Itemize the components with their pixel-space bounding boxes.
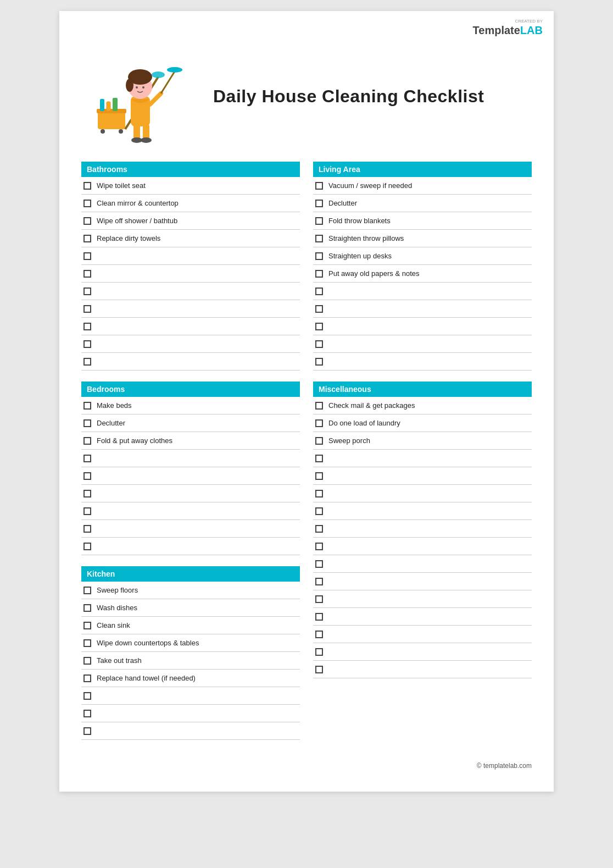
checkbox[interactable]	[83, 358, 91, 366]
checkbox[interactable]	[83, 543, 91, 550]
checkbox[interactable]	[83, 270, 91, 278]
checkbox[interactable]	[315, 507, 323, 515]
header-illustration	[81, 44, 191, 148]
right-column: Living AreaVacuum / sweep if neededDeclu…	[313, 162, 532, 751]
checkbox[interactable]	[83, 604, 91, 612]
checkbox[interactable]	[83, 437, 91, 445]
checkbox[interactable]	[315, 358, 323, 366]
checklist-item: Wash dishes	[81, 599, 300, 617]
checkbox[interactable]	[83, 288, 91, 295]
checkbox[interactable]	[83, 525, 91, 533]
checkbox[interactable]	[315, 323, 323, 330]
checkbox[interactable]	[83, 639, 91, 647]
checklist-item	[313, 538, 532, 555]
checkbox[interactable]	[83, 587, 91, 594]
checkbox[interactable]	[315, 402, 323, 410]
item-text: Check mail & get packages	[328, 401, 415, 410]
checkbox[interactable]	[83, 455, 91, 462]
checkbox[interactable]	[315, 648, 323, 656]
checkbox[interactable]	[315, 437, 323, 445]
checkbox[interactable]	[315, 217, 323, 225]
checklist-item	[81, 538, 300, 555]
svg-rect-7	[107, 102, 110, 111]
item-text: Replace hand towel (if needed)	[97, 674, 196, 682]
checkbox[interactable]	[315, 182, 323, 190]
checkbox[interactable]	[315, 252, 323, 260]
checkbox[interactable]	[83, 490, 91, 497]
checkbox[interactable]	[83, 323, 91, 330]
checkbox[interactable]	[315, 543, 323, 550]
checklist-item	[313, 520, 532, 538]
checkbox[interactable]	[83, 200, 91, 207]
checklist-item	[81, 502, 300, 520]
checkbox[interactable]	[83, 235, 91, 242]
checklist-item	[313, 643, 532, 661]
checkbox[interactable]	[83, 252, 91, 260]
checkbox[interactable]	[315, 455, 323, 462]
checkbox[interactable]	[83, 217, 91, 225]
checkbox[interactable]	[315, 631, 323, 638]
footer: © templatelab.com	[81, 762, 532, 770]
checklist-item	[313, 318, 532, 335]
logo-text: TemplateLAB	[473, 24, 543, 36]
checkbox[interactable]	[83, 727, 91, 735]
checklist-item: Declutter	[81, 414, 300, 432]
checkbox[interactable]	[315, 472, 323, 480]
checklist-item	[313, 573, 532, 590]
checklist-item: Replace dirty towels	[81, 230, 300, 247]
checkbox[interactable]	[315, 595, 323, 603]
header-area: Daily House Cleaning Checklist	[81, 44, 532, 148]
checklist-item	[313, 335, 532, 353]
checkbox[interactable]	[83, 340, 91, 348]
checklist-item	[313, 450, 532, 467]
svg-line-19	[150, 93, 161, 104]
checklist-item: Take out trash	[81, 652, 300, 670]
checkbox[interactable]	[83, 622, 91, 629]
svg-rect-2	[101, 129, 105, 134]
section-header: Kitchen	[81, 566, 300, 582]
checklist-item	[313, 608, 532, 626]
checklist-item: Fold throw blankets	[313, 212, 532, 230]
svg-point-13	[141, 137, 152, 143]
checkbox[interactable]	[315, 613, 323, 621]
checkbox[interactable]	[315, 340, 323, 348]
item-text: Straighten throw pillows	[328, 234, 404, 242]
checkbox[interactable]	[315, 235, 323, 242]
checklist-item: Wipe off shower / bathtub	[81, 212, 300, 230]
checkbox[interactable]	[83, 507, 91, 515]
checkbox[interactable]	[315, 305, 323, 313]
checkbox[interactable]	[315, 666, 323, 673]
item-text: Declutter	[97, 419, 125, 427]
checkbox[interactable]	[315, 419, 323, 427]
checkbox[interactable]	[83, 657, 91, 665]
checklist-item: Declutter	[313, 195, 532, 212]
checkbox[interactable]	[83, 182, 91, 190]
checkbox[interactable]	[83, 419, 91, 427]
checkbox[interactable]	[315, 490, 323, 497]
item-text: Wipe off shower / bathtub	[97, 217, 177, 225]
checklist-item: Straighten throw pillows	[313, 230, 532, 247]
checklist-item: Wipe toilet seat	[81, 177, 300, 195]
checkbox[interactable]	[83, 675, 91, 682]
svg-point-16	[126, 79, 133, 92]
section-bathrooms: BathroomsWipe toilet seatClean mirror & …	[81, 162, 300, 371]
section-kitchen: KitchenSweep floorsWash dishesClean sink…	[81, 566, 300, 740]
checkbox[interactable]	[315, 200, 323, 207]
logo-area: CREATED BY TemplateLAB	[473, 19, 543, 37]
checkbox[interactable]	[315, 560, 323, 568]
checkbox[interactable]	[83, 305, 91, 313]
svg-point-17	[136, 86, 138, 89]
checkbox[interactable]	[315, 288, 323, 295]
checklist-item	[81, 318, 300, 335]
checkbox[interactable]	[315, 270, 323, 278]
checkbox[interactable]	[83, 472, 91, 480]
item-text: Wash dishes	[97, 604, 137, 612]
checklist-item: Replace hand towel (if needed)	[81, 670, 300, 687]
checkbox[interactable]	[83, 710, 91, 717]
checkbox[interactable]	[83, 692, 91, 700]
checklist-item: Put away old papers & notes	[313, 265, 532, 283]
checkbox[interactable]	[83, 402, 91, 410]
checkbox[interactable]	[315, 525, 323, 533]
checkbox[interactable]	[315, 578, 323, 585]
logo-lab-part: LAB	[520, 24, 543, 36]
